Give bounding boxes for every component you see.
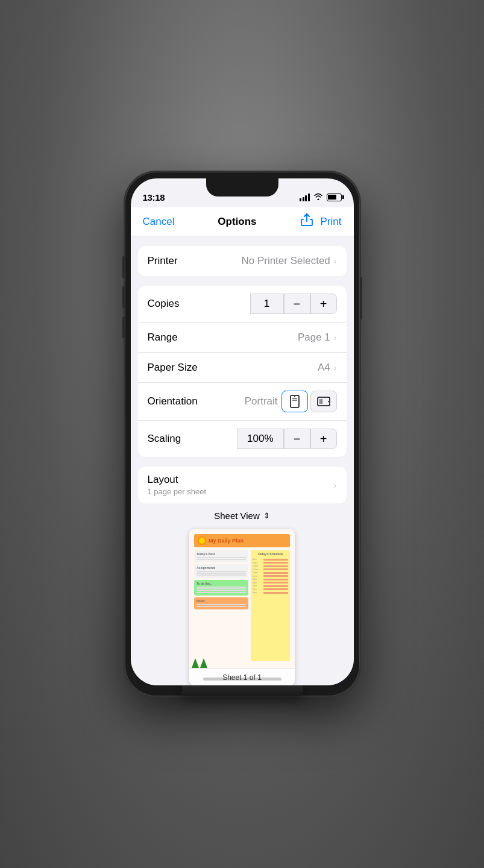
- daily-plan-content: My Daily Plan Today's Best: [189, 529, 295, 668]
- printer-chevron-icon: ›: [334, 256, 337, 266]
- trees-row: [189, 656, 295, 668]
- scaling-minus-button[interactable]: −: [284, 429, 310, 449]
- share-icon[interactable]: [300, 213, 313, 230]
- nav-bar: Cancel Options Print: [131, 207, 354, 236]
- sheet-view-section: Sheet View ⇕ My Daily Plan: [131, 503, 354, 685]
- sheet-label-bar: Sheet 1 of 1: [189, 668, 295, 685]
- doc-preview-container: My Daily Plan Today's Best: [189, 529, 295, 685]
- printer-label: Printer: [148, 255, 242, 267]
- schedule-label: Today's Schedule: [253, 552, 288, 556]
- copies-stepper: 1 − +: [250, 294, 337, 314]
- cancel-button[interactable]: Cancel: [143, 216, 175, 228]
- options-section: Copies 1 − + Range Page 1 ›: [138, 286, 347, 457]
- plan-section-title-1: Today's Best: [196, 552, 246, 556]
- print-button[interactable]: Print: [321, 216, 342, 228]
- battery-icon: [327, 193, 342, 201]
- plan-sun-icon: [198, 536, 206, 545]
- orientation-label: Orientation: [148, 395, 245, 407]
- orientation-row: Orientation Portrait: [138, 383, 347, 421]
- layout-text-block: Layout 1 page per sheet: [148, 474, 334, 496]
- range-value: Page 1: [298, 332, 330, 344]
- copies-display: 1: [250, 294, 284, 314]
- copies-plus-button[interactable]: +: [310, 294, 337, 314]
- paper-size-row[interactable]: Paper Size A4 ›: [138, 353, 347, 383]
- paper-size-chevron-icon: ›: [334, 363, 337, 373]
- range-label: Range: [148, 332, 298, 344]
- copies-label: Copies: [148, 298, 250, 310]
- plan-section-title-2: Assignments: [196, 566, 246, 570]
- schedule-rows: 8am 9am 10am 11am 12pm 1pm 2pm 3pm 4pm: [253, 558, 288, 594]
- copies-minus-button[interactable]: −: [284, 294, 310, 314]
- wifi-icon: [313, 193, 323, 202]
- printer-section: Printer No Printer Selected ›: [138, 246, 347, 276]
- scaling-plus-button[interactable]: +: [310, 429, 337, 449]
- orientation-value: Portrait: [245, 395, 278, 407]
- layout-title: Layout: [148, 474, 334, 486]
- printer-value: No Printer Selected: [241, 255, 330, 267]
- layout-row[interactable]: Layout 1 page per sheet ›: [138, 467, 347, 503]
- plan-notes: Notes: [194, 597, 248, 609]
- status-icons: [300, 193, 342, 202]
- plan-right: Today's Schedule 8am 9am 10am 11am 12pm …: [251, 550, 290, 661]
- range-row[interactable]: Range Page 1 ›: [138, 322, 347, 353]
- status-time: 13:18: [143, 192, 165, 203]
- scaling-display: 100%: [237, 429, 283, 449]
- scaling-row: Scaling 100% − +: [138, 421, 347, 457]
- scroll-content[interactable]: Printer No Printer Selected › Copies 1 −: [131, 236, 354, 685]
- doc-preview: My Daily Plan Today's Best: [189, 529, 295, 668]
- layout-chevron-icon: ›: [334, 480, 337, 490]
- nav-right-group: Print: [300, 213, 342, 230]
- plan-header: My Daily Plan: [194, 534, 290, 547]
- plan-section-title-4: Notes: [196, 599, 246, 603]
- sort-icon: ⇕: [263, 511, 270, 520]
- plan-title: My Daily Plan: [209, 538, 244, 544]
- phone-screen: 13:18: [131, 178, 354, 685]
- scaling-stepper: 100% − +: [237, 429, 336, 449]
- svg-point-3: [294, 396, 295, 397]
- landscape-button[interactable]: [310, 391, 337, 412]
- phone-outer: 13:18: [125, 172, 360, 696]
- nav-title: Options: [218, 216, 256, 228]
- plan-body: Today's Best Assignments: [194, 550, 290, 661]
- range-chevron-icon: ›: [334, 333, 337, 342]
- layout-section: Layout 1 page per sheet ›: [138, 467, 347, 503]
- plan-left: Today's Best Assignments: [194, 550, 248, 661]
- phone-stand: [182, 684, 303, 696]
- plan-section-title-3: To do list...: [196, 582, 246, 585]
- layout-subtitle: 1 page per sheet: [148, 487, 334, 496]
- scaling-label: Scaling: [148, 433, 237, 445]
- plan-todays-best: Today's Best: [194, 550, 248, 562]
- sheet-view-header: Sheet View ⇕: [214, 511, 270, 521]
- printer-row[interactable]: Printer No Printer Selected ›: [138, 246, 347, 276]
- home-indicator: [203, 678, 281, 681]
- paper-size-label: Paper Size: [148, 362, 318, 374]
- signal-bars-icon: [300, 193, 310, 201]
- paper-size-value: A4: [318, 362, 330, 374]
- orientation-control: [281, 391, 337, 412]
- sheet-view-label: Sheet View: [214, 511, 260, 521]
- portrait-button[interactable]: [281, 391, 308, 412]
- plan-todo: To do list...: [194, 580, 248, 596]
- svg-point-7: [328, 401, 329, 402]
- status-bar: 13:18: [131, 178, 354, 207]
- copies-row: Copies 1 − +: [138, 286, 347, 322]
- plan-assignments: Assignments: [194, 564, 248, 578]
